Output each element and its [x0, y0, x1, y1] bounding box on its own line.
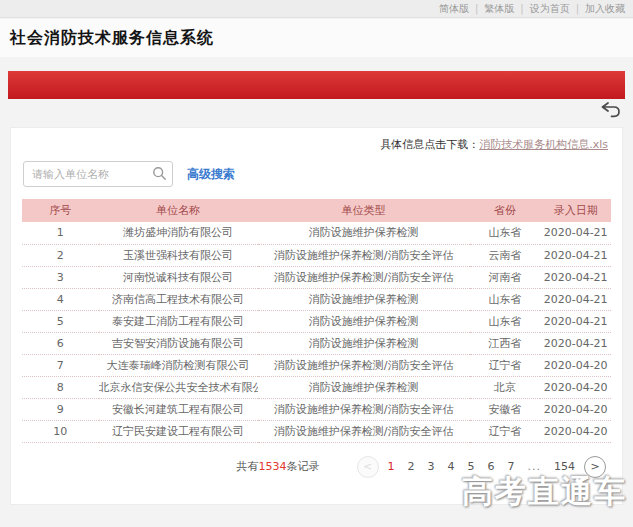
entry-date: 2020-04-21 — [540, 222, 611, 244]
advanced-search-link[interactable]: 高级搜索 — [187, 166, 235, 183]
unit-name: 辽宁民安建设工程有限公司 — [99, 420, 258, 442]
next-page-button[interactable]: > — [584, 456, 606, 478]
page-title: 社会消防技术服务信息系统 — [10, 28, 214, 49]
row-index: 9 — [22, 398, 99, 420]
back-icon — [601, 102, 621, 122]
table-row: 8北京永信安保公共安全技术有限公司消防设施维护保养检测北京2020-04-20 — [22, 376, 611, 398]
unit-type: 消防设施维护保养检测/消防安全评估 — [258, 244, 470, 266]
page-number-7[interactable]: 7 — [508, 460, 515, 473]
province: 辽宁省 — [470, 354, 541, 376]
topbar-link-simplified[interactable]: 简体版 — [439, 2, 469, 16]
entry-date: 2020-04-21 — [540, 266, 611, 288]
unit-type: 消防设施维护保养检测 — [258, 332, 470, 354]
unit-name: 大连泰瑞峰消防检测有限公司 — [99, 354, 258, 376]
unit-name: 泰安建工消防工程有限公司 — [99, 310, 258, 332]
row-index: 10 — [22, 420, 99, 442]
page-number-2[interactable]: 2 — [408, 460, 415, 473]
entry-date: 2020-04-21 — [540, 244, 611, 266]
record-count-suffix: 条记录 — [287, 460, 320, 473]
pagination: 共有1534条记录 < 1234567...154 > — [11, 456, 622, 478]
province: 江西省 — [470, 332, 541, 354]
topbar-link-traditional[interactable]: 繁体版 — [469, 2, 514, 16]
unit-name: 潍坊盛坤消防有限公司 — [99, 222, 258, 244]
col-header-entry-date: 录入日期 — [540, 199, 611, 222]
province: 山东省 — [470, 310, 541, 332]
search-input[interactable] — [23, 161, 173, 187]
entry-date: 2020-04-20 — [540, 376, 611, 398]
back-button[interactable] — [599, 102, 623, 122]
content-card: 具体信息点击下载：消防技术服务机构信息.xls 高级搜索 序号 单位名称 — [10, 127, 623, 505]
province: 安徽省 — [470, 398, 541, 420]
results-table: 序号 单位名称 单位类型 省份 录入日期 1潍坊盛坤消防有限公司消防设施维护保养… — [22, 199, 611, 443]
topbar-link-add-favorite[interactable]: 加入收藏 — [570, 2, 625, 16]
unit-name: 安徽长河建筑工程有限公司 — [99, 398, 258, 420]
row-index: 6 — [22, 332, 99, 354]
unit-name: 玉溪世强科技有限公司 — [99, 244, 258, 266]
unit-type: 消防设施维护保养检测/消防安全评估 — [258, 354, 470, 376]
titlebar: 社会消防技术服务信息系统 — [0, 19, 633, 57]
header-row: 序号 单位名称 单位类型 省份 录入日期 — [22, 199, 611, 222]
unit-type: 消防设施维护保养检测 — [258, 222, 470, 244]
results-table-body: 1潍坊盛坤消防有限公司消防设施维护保养检测山东省2020-04-212玉溪世强科… — [22, 222, 611, 442]
results-table-head: 序号 单位名称 单位类型 省份 录入日期 — [22, 199, 611, 222]
topbar-link-set-homepage[interactable]: 设为首页 — [514, 2, 569, 16]
page-number-5[interactable]: 5 — [468, 460, 475, 473]
page-number-154[interactable]: 154 — [554, 460, 575, 473]
download-link[interactable]: 消防技术服务机构信息.xls — [479, 138, 608, 151]
row-index: 3 — [22, 266, 99, 288]
unit-type: 消防设施维护保养检测 — [258, 310, 470, 332]
table-row: 5泰安建工消防工程有限公司消防设施维护保养检测山东省2020-04-21 — [22, 310, 611, 332]
province: 河南省 — [470, 266, 541, 288]
page-ellipsis: ... — [528, 460, 542, 473]
unit-type: 消防设施维护保养检测 — [258, 288, 470, 310]
table-row: 4济南信高工程技术有限公司消防设施维护保养检测山东省2020-04-21 — [22, 288, 611, 310]
province: 北京 — [470, 376, 541, 398]
table-row: 9安徽长河建筑工程有限公司消防设施维护保养检测/消防安全评估安徽省2020-04… — [22, 398, 611, 420]
unit-name: 北京永信安保公共安全技术有限公司 — [99, 376, 258, 398]
province: 山东省 — [470, 222, 541, 244]
unit-type: 消防设施维护保养检测/消防安全评估 — [258, 420, 470, 442]
page: 简体版 繁体版 设为首页 加入收藏 社会消防技术服务信息系统 具体信息点击下载：… — [0, 0, 633, 527]
page-number-3[interactable]: 3 — [428, 460, 435, 473]
download-line: 具体信息点击下载：消防技术服务机构信息.xls — [11, 128, 622, 152]
page-number-6[interactable]: 6 — [488, 460, 495, 473]
topbar: 简体版 繁体版 设为首页 加入收藏 — [0, 0, 633, 18]
row-index: 8 — [22, 376, 99, 398]
col-header-unit-type: 单位类型 — [258, 199, 470, 222]
entry-date: 2020-04-21 — [540, 310, 611, 332]
row-index: 2 — [22, 244, 99, 266]
entry-date: 2020-04-21 — [540, 288, 611, 310]
page-number-1[interactable]: 1 — [388, 460, 395, 473]
entry-date: 2020-04-21 — [540, 332, 611, 354]
entry-date: 2020-04-20 — [540, 420, 611, 442]
row-index: 5 — [22, 310, 99, 332]
row-index: 1 — [22, 222, 99, 244]
table-row: 6吉安智安消防设施有限公司消防设施维护保养检测江西省2020-04-21 — [22, 332, 611, 354]
province: 云南省 — [470, 244, 541, 266]
search-box — [23, 161, 173, 187]
page-number-4[interactable]: 4 — [448, 460, 455, 473]
nav-banner — [8, 71, 625, 99]
table-row: 3河南悦诚科技有限公司消防设施维护保养检测/消防安全评估河南省2020-04-2… — [22, 266, 611, 288]
entry-date: 2020-04-20 — [540, 354, 611, 376]
col-header-province: 省份 — [470, 199, 541, 222]
entry-date: 2020-04-20 — [540, 398, 611, 420]
search-icon[interactable] — [152, 166, 167, 185]
download-label: 具体信息点击下载： — [380, 138, 479, 151]
record-count-number: 1534 — [259, 460, 287, 473]
record-count: 共有1534条记录 — [237, 459, 320, 474]
table-row: 2玉溪世强科技有限公司消防设施维护保养检测/消防安全评估云南省2020-04-2… — [22, 244, 611, 266]
prev-page-button[interactable]: < — [357, 456, 379, 478]
table-row: 7大连泰瑞峰消防检测有限公司消防设施维护保养检测/消防安全评估辽宁省2020-0… — [22, 354, 611, 376]
unit-type: 消防设施维护保养检测 — [258, 376, 470, 398]
page-numbers: 1234567...154 — [388, 460, 576, 473]
table-row: 10辽宁民安建设工程有限公司消防设施维护保养检测/消防安全评估辽宁省2020-0… — [22, 420, 611, 442]
province: 辽宁省 — [470, 420, 541, 442]
unit-name: 河南悦诚科技有限公司 — [99, 266, 258, 288]
unit-name: 济南信高工程技术有限公司 — [99, 288, 258, 310]
col-header-index: 序号 — [22, 199, 99, 222]
unit-type: 消防设施维护保养检测/消防安全评估 — [258, 266, 470, 288]
table-row: 1潍坊盛坤消防有限公司消防设施维护保养检测山东省2020-04-21 — [22, 222, 611, 244]
province: 山东省 — [470, 288, 541, 310]
search-row: 高级搜索 — [23, 161, 622, 187]
